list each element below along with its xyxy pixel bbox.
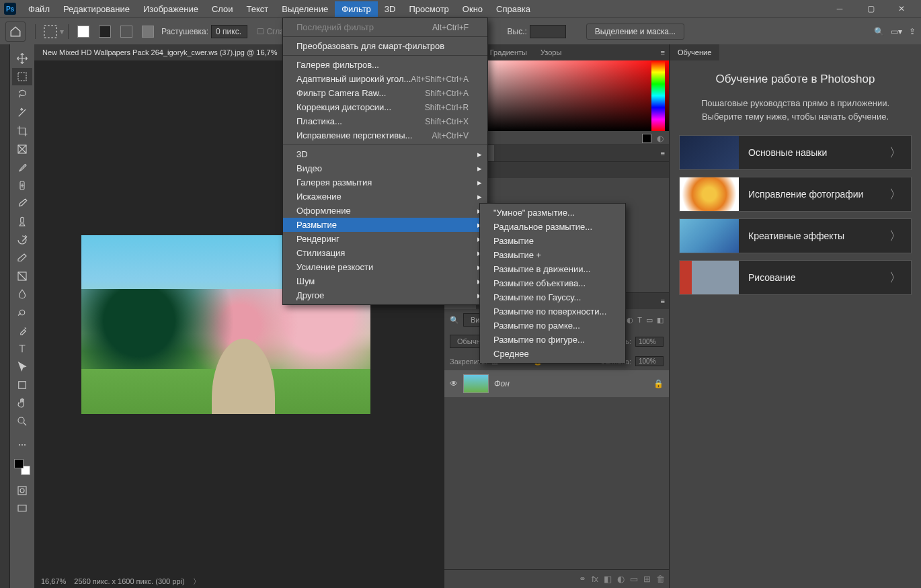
type-tool[interactable] [12, 340, 32, 358]
menu-view[interactable]: Просмотр [402, 1, 455, 17]
lesson-creative-fx[interactable]: Креативные эффекты 〉 [679, 218, 912, 253]
blur-smart[interactable]: "Умное" размытие... [480, 206, 625, 220]
lasso-tool[interactable] [12, 86, 32, 103]
share-icon[interactable]: ⇪ [909, 27, 916, 36]
lesson-drawing[interactable]: Рисование 〉 [679, 260, 912, 295]
frame-tool[interactable] [12, 140, 32, 158]
hue-slider[interactable] [651, 60, 665, 131]
blur-radial[interactable]: Радиальное размытие... [480, 220, 625, 234]
filter-shape-icon[interactable]: ▭ [646, 316, 653, 325]
layer-fx-icon[interactable]: fx [592, 574, 598, 584]
quickmask-tool[interactable] [12, 482, 32, 499]
lesson-photo-fix[interactable]: Исправление фотографии 〉 [679, 177, 912, 212]
menu-liquify[interactable]: Пластика...Shift+Ctrl+X [283, 114, 487, 128]
menu-lens-correction[interactable]: Коррекция дисторсии...Shift+Ctrl+R [283, 100, 487, 114]
screenmode-tool[interactable] [12, 500, 32, 517]
search-icon[interactable]: 🔍 [874, 27, 884, 36]
height-input[interactable] [530, 25, 566, 38]
maximize-button[interactable]: ▢ [855, 0, 886, 17]
menu-camera-raw[interactable]: Фильтр Camera Raw...Shift+Ctrl+A [283, 86, 487, 100]
home-icon[interactable] [5, 22, 26, 42]
healing-tool[interactable] [12, 177, 32, 194]
menu-text[interactable]: Текст [240, 1, 276, 17]
layer-background[interactable]: 👁 Фон 🔒 [444, 370, 669, 397]
collapsed-panel-left[interactable] [0, 44, 10, 588]
menu-adaptive-wide[interactable]: Адаптивный широкий угол...Alt+Shift+Ctrl… [283, 72, 487, 86]
move-tool[interactable] [12, 50, 32, 67]
pen-tool[interactable] [12, 322, 32, 339]
gradient-tool[interactable] [12, 267, 32, 285]
selection-add-icon[interactable] [96, 23, 114, 40]
layer-group-icon[interactable]: ▭ [630, 574, 638, 584]
crop-tool[interactable] [12, 122, 32, 140]
menu-blur-gallery[interactable]: Галерея размытия▸ [283, 175, 487, 190]
menu-select[interactable]: Выделение [275, 1, 335, 17]
eyedropper-tool[interactable] [12, 159, 32, 176]
document-tab[interactable]: New Mixed HD Wallpapers Pack 264_igoryk_… [34, 44, 296, 60]
new-layer-icon[interactable]: ⊞ [643, 574, 651, 584]
opacity-input[interactable] [635, 337, 664, 347]
link-layers-icon[interactable]: ⚭ [579, 574, 586, 584]
menu-blur[interactable]: Размытие▸ [283, 218, 487, 232]
color-slider-icon[interactable]: ◐ [657, 134, 664, 143]
filter-adjust-icon[interactable]: ◐ [627, 316, 633, 325]
history-brush-tool[interactable] [12, 231, 32, 249]
panel-menu-icon[interactable]: ≡ [657, 44, 669, 60]
close-button[interactable]: ✕ [886, 0, 917, 17]
filter-smart-icon[interactable]: ◧ [657, 316, 664, 325]
workspace-icon[interactable]: ▭▾ [891, 27, 902, 36]
blur-more[interactable]: Размытие + [480, 248, 625, 262]
blur-average[interactable]: Среднее [480, 347, 625, 361]
magic-wand-tool[interactable] [12, 104, 32, 122]
visibility-icon[interactable]: 👁 [450, 379, 458, 388]
menu-window[interactable]: Окно [456, 1, 489, 17]
menu-noise[interactable]: Шум▸ [283, 274, 487, 288]
selection-new-icon[interactable] [75, 23, 92, 40]
foreground-background-colors[interactable] [12, 458, 32, 476]
brush-tool[interactable] [12, 195, 32, 212]
menu-other[interactable]: Другое▸ [283, 288, 487, 302]
menu-distort[interactable]: Искажение▸ [283, 190, 487, 204]
marquee-tool[interactable] [12, 68, 32, 85]
path-selection-tool[interactable] [12, 358, 32, 376]
stamp-tool[interactable] [12, 213, 32, 230]
zoom-level[interactable]: 16,67% [41, 577, 66, 585]
menu-render[interactable]: Рендеринг▸ [283, 232, 487, 246]
marquee-preset-icon[interactable] [42, 23, 59, 40]
hand-tool[interactable] [12, 394, 32, 412]
layer-mask-icon[interactable]: ◧ [604, 574, 612, 584]
lesson-basics[interactable]: Основные навыки 〉 [679, 135, 912, 170]
layer-thumbnail[interactable] [463, 374, 489, 393]
feather-input[interactable] [211, 25, 247, 38]
adjustment-layer-icon[interactable]: ◐ [617, 574, 625, 584]
menu-file[interactable]: Файл [22, 1, 56, 17]
blur-shape[interactable]: Размытие по фигуре... [480, 333, 625, 347]
eraser-tool[interactable] [12, 249, 32, 267]
panel-menu-icon[interactable]: ≡ [657, 145, 669, 161]
blur-tool[interactable] [12, 286, 32, 303]
menu-edit[interactable]: Редактирование [56, 1, 136, 17]
blur-basic[interactable]: Размытие [480, 234, 625, 248]
blur-motion[interactable]: Размытие в движении... [480, 262, 625, 276]
delete-layer-icon[interactable]: 🗑 [656, 574, 665, 584]
menu-vanishing-point[interactable]: Исправление перспективы...Alt+Ctrl+V [283, 128, 487, 142]
menu-filter-gallery[interactable]: Галерея фильтров... [283, 58, 487, 72]
patterns-tab[interactable]: Узоры [534, 44, 568, 60]
blur-box[interactable]: Размытие по рамке... [480, 319, 625, 333]
more-tools[interactable]: ⋯ [12, 436, 32, 454]
panel-menu-icon[interactable]: ≡ [657, 293, 669, 309]
menu-sharpen[interactable]: Усиление резкости▸ [283, 260, 487, 274]
blur-gaussian[interactable]: Размытие по Гауссу... [480, 290, 625, 304]
selection-subtract-icon[interactable] [118, 23, 135, 40]
menu-stylize[interactable]: Стилизация▸ [283, 246, 487, 260]
selection-intersect-icon[interactable] [139, 23, 157, 40]
menu-stylize-design[interactable]: Оформление▸ [283, 204, 487, 218]
color-swatch-fg[interactable] [642, 134, 651, 143]
gradients-tab[interactable]: Градиенты [483, 44, 534, 60]
fill-input[interactable] [635, 356, 664, 366]
menu-last-filter[interactable]: Последний фильтрAlt+Ctrl+F [283, 20, 487, 34]
learning-tab[interactable]: Обучение [670, 44, 719, 60]
minimize-button[interactable]: ─ [824, 0, 855, 17]
dodge-tool[interactable] [12, 304, 32, 321]
zoom-tool[interactable] [12, 413, 32, 430]
